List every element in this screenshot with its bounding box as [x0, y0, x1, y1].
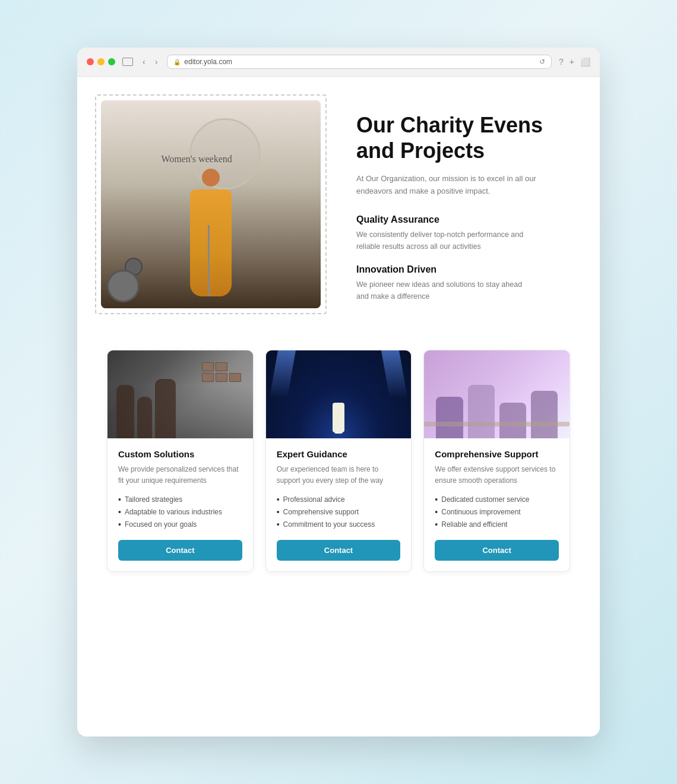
minimize-button[interactable]	[97, 58, 105, 65]
list-item-3-2: Continuous improvement	[435, 507, 559, 517]
card-desc-3: We offer extensive support services to e…	[435, 464, 559, 486]
box-row-1	[202, 362, 241, 371]
drums-decoration	[107, 255, 154, 302]
list-item-1-3: Focused on your goals	[118, 520, 242, 529]
feature-innovation-title: Innovation Driven	[356, 264, 570, 275]
list-item-1-2: Adaptable to various industries	[118, 507, 242, 517]
table-surface	[424, 422, 570, 426]
image-selection-border: Women's weekend	[95, 94, 327, 314]
question-icon[interactable]: ?	[559, 57, 564, 67]
list-item-3-1: Dedicated customer service	[435, 495, 559, 504]
box-2	[216, 362, 227, 371]
box-5	[229, 373, 241, 382]
box-stacks	[202, 362, 241, 382]
figure-head	[202, 169, 220, 186]
maximize-button[interactable]	[108, 58, 115, 65]
card-list-1: Tailored strategies Adaptable to various…	[118, 495, 242, 529]
feature-quality-desc: We consistently deliver top-notch perfor…	[356, 229, 534, 252]
figure-body	[190, 189, 232, 296]
forward-button[interactable]: ›	[153, 56, 160, 68]
silhouette-1	[116, 385, 134, 438]
hero-title: Our Charity Evens and Projects	[356, 112, 570, 163]
hero-image-inner: Women's weekend	[101, 100, 321, 308]
card-title-3: Comprehensive Support	[435, 449, 559, 459]
contact-button-3[interactable]: Contact	[435, 540, 559, 561]
box-3	[202, 373, 214, 382]
feature-quality: Quality Assurance We consistently delive…	[356, 214, 570, 252]
list-item-2-2: Comprehensive support	[277, 507, 401, 517]
address-bar-container[interactable]: 🔒 ↺	[167, 55, 552, 69]
contact-button-1[interactable]: Contact	[118, 540, 242, 561]
card-desc-2: Our experienced team is here to support …	[277, 464, 401, 486]
list-item-3-3: Reliable and efficient	[435, 520, 559, 529]
browser-actions: ? + ⬜	[559, 57, 590, 67]
lock-icon: 🔒	[173, 59, 181, 65]
hero-text: Our Charity Evens and Projects At Our Or…	[356, 100, 570, 314]
stage-figure	[190, 189, 232, 296]
feature-innovation-desc: We pioneer new ideas and solutions to st…	[356, 279, 534, 302]
card-comprehensive-support: Comprehensive Support We offer extensive…	[423, 350, 570, 572]
nav-buttons: ‹ ›	[140, 56, 160, 68]
browser-content: Women's weekend	[77, 77, 600, 736]
browser-chrome: ‹ › 🔒 ↺ ? + ⬜	[77, 48, 600, 77]
plus-icon[interactable]: +	[570, 57, 574, 67]
traffic-lights	[87, 58, 115, 65]
card-image-3	[424, 350, 570, 438]
stage-light-right	[381, 350, 407, 398]
close-button[interactable]	[87, 58, 94, 65]
card-body-3: Comprehensive Support We offer extensive…	[424, 438, 570, 571]
speaker-head	[335, 403, 342, 410]
image-text-overlay: Women's weekend	[161, 154, 232, 165]
list-item-1-1: Tailored strategies	[118, 495, 242, 504]
card-desc-1: We provide personalized services that fi…	[118, 464, 242, 486]
card-image-1	[107, 350, 253, 438]
card-custom-solutions: Custom Solutions We provide personalized…	[107, 350, 254, 572]
card-body-1: Custom Solutions We provide personalized…	[107, 438, 253, 571]
box-1	[202, 362, 214, 371]
address-input[interactable]	[184, 58, 536, 66]
speaker-figure	[334, 410, 343, 434]
back-button[interactable]: ‹	[140, 56, 148, 68]
stage-light-left	[270, 350, 296, 398]
box-row-2	[202, 373, 241, 382]
card-title-2: Expert Guidance	[277, 449, 401, 459]
silhouette-2	[137, 397, 152, 438]
feature-innovation: Innovation Driven We pioneer new ideas a…	[356, 264, 570, 302]
card-body-2: Expert Guidance Our experienced team is …	[266, 438, 412, 571]
card-image-2	[266, 350, 412, 438]
meeting-person-1	[436, 397, 463, 438]
meeting-person-4	[531, 391, 558, 438]
extensions-icon[interactable]: ⬜	[580, 57, 590, 67]
card-title-1: Custom Solutions	[118, 449, 242, 459]
contact-button-2[interactable]: Contact	[277, 540, 401, 561]
reload-button[interactable]: ↺	[539, 58, 545, 66]
hero-image-container: Women's weekend	[95, 94, 327, 314]
page: Women's weekend	[77, 77, 600, 596]
card-expert-guidance: Expert Guidance Our experienced team is …	[265, 350, 412, 572]
meeting-person-3	[499, 403, 526, 438]
cards-section: Custom Solutions We provide personalized…	[107, 350, 570, 572]
hero-description: At Our Organization, our mission is to e…	[356, 173, 570, 198]
mic-stand	[208, 225, 210, 296]
box-4	[216, 373, 227, 382]
people-silhouettes	[107, 377, 253, 438]
list-item-2-3: Commitment to your success	[277, 520, 401, 529]
drum-large	[107, 270, 140, 302]
sidebar-toggle-button[interactable]	[122, 58, 133, 66]
meeting-people	[436, 362, 558, 438]
card-list-3: Dedicated customer service Continuous im…	[435, 495, 559, 529]
meeting-person-2	[468, 385, 495, 438]
list-item-2-1: Professional advice	[277, 495, 401, 504]
hero-image: Women's weekend	[101, 100, 321, 308]
top-section: Women's weekend	[107, 100, 570, 314]
feature-quality-title: Quality Assurance	[356, 214, 570, 225]
card-list-2: Professional advice Comprehensive suppor…	[277, 495, 401, 529]
silhouette-3	[155, 379, 176, 438]
browser-window: ‹ › 🔒 ↺ ? + ⬜	[77, 48, 600, 736]
